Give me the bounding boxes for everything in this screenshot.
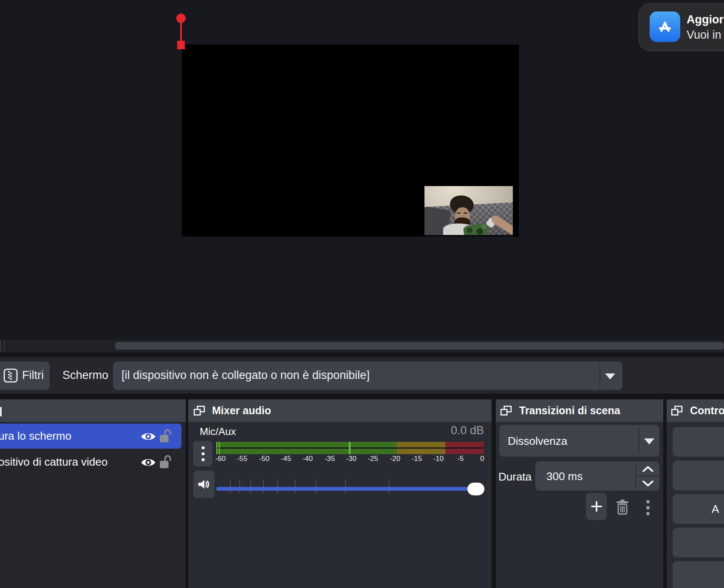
transition-combobox[interactable]: Dissolvenza [499, 425, 659, 457]
control-button-3-label: A [712, 494, 719, 524]
slider-tick [230, 479, 231, 494]
visibility-eye-icon[interactable] [140, 457, 156, 470]
scale-tick: -60 [215, 455, 226, 463]
scale-tick: -25 [368, 455, 379, 463]
toolbar-gap [0, 353, 724, 357]
source-row-label: ura lo schermo [0, 430, 71, 443]
slider-tick [277, 479, 278, 494]
mute-speaker-button[interactable] [193, 471, 215, 498]
filter-icon [3, 368, 18, 383]
combobox-divider [600, 363, 600, 388]
sources-panel-header[interactable] [0, 399, 186, 422]
panel-dock-icon [500, 405, 512, 418]
volume-slider-track[interactable] [216, 487, 484, 491]
control-button-2[interactable] [673, 461, 724, 490]
scene-transitions-header[interactable]: Transizioni di scena [496, 399, 663, 422]
transition-combobox-value: Dissolvenza [508, 435, 567, 448]
scrollbar-end-tick [0, 341, 1, 352]
preview-scrollbar-track[interactable] [0, 340, 724, 353]
scale-tick: -45 [281, 455, 291, 463]
source-name-label: Schermo [62, 369, 108, 382]
scale-tick: -15 [412, 455, 422, 463]
scale-tick: -55 [237, 455, 248, 463]
scrollbar-end-tick [4, 341, 5, 352]
filters-button-label: Filtri [22, 369, 44, 382]
source-rotate-handle[interactable] [176, 14, 186, 23]
mixer-volume-db: 0.0 dB [451, 424, 484, 437]
duration-value: 300 ms [546, 470, 583, 483]
source-handle-stem [180, 23, 182, 42]
visibility-eye-icon[interactable] [140, 431, 156, 444]
control-button-4[interactable] [673, 528, 724, 557]
slider-tick [389, 479, 390, 494]
meter-scale: -60 -55 -50 -45 -40 -35 -30 -25 -20 -15 … [216, 455, 484, 464]
scale-tick: 0 [480, 455, 484, 463]
device-combobox-value: [il dispositivo non è collegato o non è … [122, 369, 370, 382]
webcam-person-eyebrow [457, 212, 461, 214]
source-row-screen-capture[interactable]: ura lo schermo [0, 424, 181, 449]
meter-peak-tick [219, 442, 220, 454]
webcam-person-eyebrow [464, 212, 467, 214]
controls-panel: Controll A [667, 399, 724, 588]
chevron-down-icon [605, 373, 615, 379]
slider-tick [250, 479, 251, 494]
duration-spinner[interactable]: 300 ms [535, 461, 659, 491]
volume-slider[interactable] [216, 479, 484, 499]
mixer-channel-name: Mic/Aux [200, 426, 236, 438]
source-toolbar: Filtri Schermo [il dispositivo non è col… [0, 357, 724, 393]
scene-transitions-panel: Transizioni di scena Dissolvenza Durata … [496, 399, 663, 588]
scale-tick: -40 [303, 455, 313, 463]
slider-tick [263, 479, 264, 494]
macos-notification[interactable]: Aggior Vuoi in [639, 3, 724, 51]
controls-panel-header[interactable]: Controll [667, 399, 724, 422]
unlock-icon[interactable] [159, 429, 171, 445]
duration-label: Durata [498, 470, 532, 483]
controls-panel-title: Controll [690, 404, 724, 417]
filters-button[interactable]: Filtri [0, 362, 50, 390]
scale-tick: -5 [457, 455, 464, 463]
unlock-icon[interactable] [159, 455, 171, 471]
duration-increase-button[interactable] [636, 461, 659, 476]
preview-scrollbar-thumb[interactable] [115, 342, 724, 350]
notification-body: Vuoi in [687, 28, 721, 42]
slider-tick [239, 479, 240, 494]
sources-panel: ura lo schermo ositivo di cattura video [0, 399, 186, 588]
scale-tick: -30 [346, 455, 357, 463]
control-button-1[interactable] [673, 427, 724, 457]
scale-tick: -10 [433, 455, 444, 463]
volume-slider-thumb[interactable] [467, 483, 484, 495]
source-corner-handle[interactable] [177, 41, 185, 49]
device-combobox[interactable]: [il dispositivo non è collegato o non è … [113, 362, 622, 390]
control-button-5[interactable] [673, 561, 724, 588]
sources-header-cut-text [0, 407, 2, 416]
scene-transitions-title: Transizioni di scena [519, 404, 620, 417]
notification-title: Aggior [687, 13, 724, 26]
meter-peak-tick [216, 442, 217, 454]
mixer-channel-menu-button[interactable] [193, 441, 212, 466]
combobox-divider [639, 428, 639, 453]
remove-transition-trash-icon[interactable] [615, 499, 630, 517]
obs-main-window: Aggior Vuoi in [0, 0, 724, 588]
audio-mixer-panel: Mixer audio Mic/Aux 0.0 dB -60 -55 -50 -… [188, 399, 492, 588]
slider-tick [345, 479, 346, 494]
add-transition-button[interactable] [586, 493, 607, 520]
panel-dock-icon [193, 405, 205, 418]
transition-properties-dots-icon[interactable] [646, 500, 650, 517]
scale-tick: -50 [259, 455, 270, 463]
webcam-bottom-bar [424, 235, 513, 237]
duration-decrease-button[interactable] [636, 476, 659, 491]
source-row-video-capture-device[interactable]: ositivo di cattura video [0, 452, 181, 472]
slider-tick [316, 479, 317, 494]
webcam-preview[interactable] [424, 186, 513, 237]
audio-mixer-title: Mixer audio [212, 404, 271, 417]
audio-mixer-header[interactable]: Mixer audio [188, 399, 492, 422]
scale-tick: -35 [325, 455, 335, 463]
audio-level-meter [216, 442, 484, 454]
control-button-3[interactable]: A [673, 494, 724, 524]
scale-tick: -20 [390, 455, 401, 463]
source-row-label: ositivo di cattura video [0, 455, 107, 469]
app-store-icon [650, 11, 680, 42]
panel-dock-icon [671, 405, 683, 418]
chevron-down-icon [644, 438, 654, 444]
meter-peak-tick [349, 442, 351, 454]
